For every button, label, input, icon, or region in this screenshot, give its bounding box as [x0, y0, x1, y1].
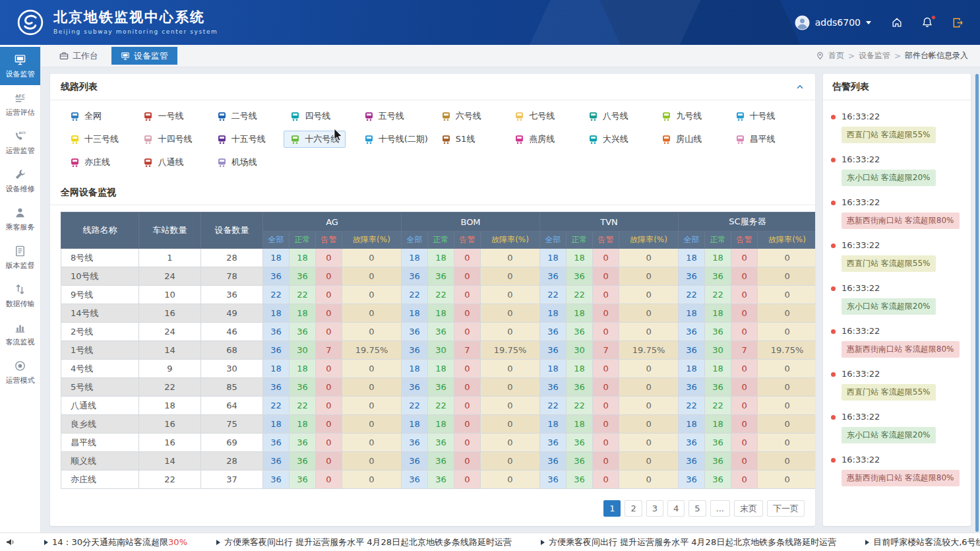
sidebar-item-acc[interactable]: ACC运营监管 — [0, 123, 40, 162]
cell-stations: 14 — [139, 452, 201, 470]
main-card: 线路列表 全网一号线二号线四号线五号线六号线七号线八号线九号线十号线十三号线十四… — [50, 74, 815, 526]
line-item[interactable]: 昌平线 — [729, 131, 782, 148]
breadcrumb-item[interactable]: 设备监管 — [859, 50, 890, 61]
alarm-time: 16:33:22 — [842, 412, 936, 422]
line-item[interactable]: 十号线(二期) — [357, 131, 435, 148]
cell-value: 0 — [758, 267, 815, 286]
page-button-2[interactable]: 2 — [625, 500, 642, 517]
cell-value: 0 — [481, 397, 540, 415]
line-item[interactable]: 十号线 — [729, 108, 782, 125]
page-button-4[interactable]: 4 — [667, 500, 685, 517]
scrollbar-thumb[interactable] — [975, 74, 979, 532]
alarm-item[interactable]: 16:33:22东小口站 客流超限20% — [823, 145, 971, 187]
line-item[interactable]: 房山线 — [655, 131, 708, 148]
table-row[interactable]: 顺义线1428363600363600363600363600 — [61, 452, 816, 470]
alarm-item[interactable]: 16:33:22西直门站 客流超限55% — [823, 359, 971, 402]
content: 工作台设备监管 首页>设备监管>部件台帐信息录入 线路列表 全网一号线二号线四号… — [41, 45, 980, 533]
sidebar-item-version[interactable]: 版本监督 — [0, 238, 40, 276]
page-button-5[interactable]: 5 — [689, 500, 706, 517]
table-row[interactable]: 昌平线1669363600363600363600363600 — [61, 434, 816, 452]
table-row[interactable]: 2号线2446363600363600363600363600 — [61, 323, 816, 341]
line-item[interactable]: 机场线 — [210, 154, 264, 171]
cell-value: 0 — [454, 378, 481, 397]
cell-value: 18 — [290, 249, 316, 267]
cell-devices: 46 — [201, 323, 263, 341]
line-item[interactable]: 一号线 — [137, 108, 190, 125]
cell-devices: 85 — [201, 378, 263, 397]
ticker-text: 14：30分天通苑南站客流超限30% — [52, 536, 187, 548]
train-icon — [217, 112, 227, 121]
alarm-item[interactable]: 16:33:22东小口站 客流超限20% — [823, 273, 971, 316]
line-item[interactable]: 二号线 — [210, 108, 264, 125]
home-icon[interactable] — [891, 16, 903, 28]
logout-icon[interactable] — [952, 16, 964, 29]
sidebar-item-passenger[interactable]: 乘客服务 — [0, 200, 40, 238]
line-item[interactable]: 九号线 — [655, 108, 708, 125]
cell-value: 0 — [481, 286, 540, 304]
table-row[interactable]: 10号线2478363600363600363600363600 — [61, 267, 816, 286]
alarm-item[interactable]: 16:33:22惠新西街南口站 客流超限80% — [823, 316, 971, 359]
cell-value: 0 — [316, 286, 342, 304]
cell-value: 36 — [679, 378, 705, 397]
page-button-3[interactable]: 3 — [646, 500, 663, 517]
line-item[interactable]: S1线 — [435, 131, 482, 148]
alarm-item[interactable]: 16:33:22东小口站 客流超限20% — [823, 402, 971, 445]
train-icon — [588, 135, 598, 145]
line-item[interactable]: 七号线 — [508, 108, 561, 125]
line-item[interactable]: 十六号线 — [284, 131, 346, 148]
table-row[interactable]: 良乡线1675181800181800181800181800 — [61, 415, 816, 434]
line-item[interactable]: 十三号线 — [63, 131, 125, 148]
line-item[interactable]: 大兴线 — [582, 131, 635, 148]
sidebar-item-monitor[interactable]: 设备监管 — [0, 47, 40, 85]
line-item[interactable]: 燕房线 — [508, 131, 561, 148]
tab-0[interactable]: 工作台 — [50, 47, 107, 65]
alarm-item[interactable]: 16:33:22西直门站 客流超限55% — [823, 102, 971, 145]
line-item[interactable]: 五号线 — [357, 108, 411, 125]
line-item[interactable]: 八号线 — [582, 108, 635, 125]
sidebar-item-flow[interactable]: 客流监视 — [0, 315, 40, 353]
table-row[interactable]: 1号线14683630719.75%3630719.75%3630719.75%… — [61, 341, 816, 360]
sidebar-item-transfer[interactable]: 数据传输 — [0, 276, 40, 315]
line-item[interactable]: 全网 — [63, 108, 108, 125]
alarm-item[interactable]: 16:33:22惠新西街南口站 客流超限80% — [823, 187, 971, 230]
page-button-...[interactable]: ... — [710, 500, 730, 517]
sidebar-item-afc[interactable]: AFC运营评估 — [0, 85, 40, 123]
cell-value: 18 — [402, 360, 428, 378]
page-button-1[interactable]: 1 — [603, 500, 621, 517]
cell-value: 0 — [758, 286, 815, 304]
alarm-item[interactable]: 16:33:22西直门站 客流超限55% — [823, 230, 971, 273]
table-row[interactable]: 14号线1649181800181800181800181800 — [61, 304, 816, 323]
page-next-button[interactable]: 下一页 — [767, 500, 805, 517]
train-icon — [70, 112, 80, 121]
alarm-item[interactable]: 16:33:22惠新西街南口站 客流超限80% — [823, 445, 971, 488]
bell-icon[interactable] — [921, 16, 933, 28]
cell-stations: 16 — [139, 304, 201, 323]
line-label: S1线 — [456, 133, 475, 145]
line-item[interactable]: 四号线 — [284, 108, 337, 125]
page-last-button[interactable]: 末页 — [734, 500, 763, 517]
table-row[interactable]: 8号线128181800181800181800181800 — [61, 249, 816, 267]
cell-value: 0 — [481, 378, 540, 397]
sidebar-item-label: 版本监督 — [6, 261, 35, 271]
cell-value: 0 — [481, 415, 540, 434]
sidebar-item-mode[interactable]: 运营模式 — [0, 353, 40, 391]
table-row[interactable]: 9号线1036222200222200222200222200 — [61, 286, 816, 304]
line-item[interactable]: 六号线 — [435, 108, 488, 125]
table-row[interactable]: 亦庄线2237363600363600363600363600 — [61, 470, 816, 489]
chevron-up-icon[interactable] — [795, 82, 805, 92]
line-item[interactable]: 八通线 — [137, 154, 190, 171]
cell-value: 18 — [679, 249, 705, 267]
user-menu[interactable]: adds6700 — [795, 15, 871, 30]
line-item[interactable]: 十四号线 — [137, 131, 199, 148]
monitor-icon — [121, 51, 130, 61]
line-item[interactable]: 亦庄线 — [63, 154, 117, 171]
sidebar-item-maintenance[interactable]: 设备维修 — [0, 162, 40, 200]
line-item[interactable]: 十五号线 — [210, 131, 272, 148]
version-icon — [14, 245, 26, 257]
breadcrumb-item[interactable]: 首页 — [828, 50, 844, 61]
cell-value: 19.75% — [758, 341, 815, 360]
table-row[interactable]: 5号线2285363600363600363600363600 — [61, 378, 816, 397]
tab-1[interactable]: 设备监管 — [111, 47, 177, 65]
table-row[interactable]: 八通线1864222200222200222200222200 — [61, 397, 816, 415]
table-row[interactable]: 4号线930181800181800181800181800 — [61, 360, 816, 378]
